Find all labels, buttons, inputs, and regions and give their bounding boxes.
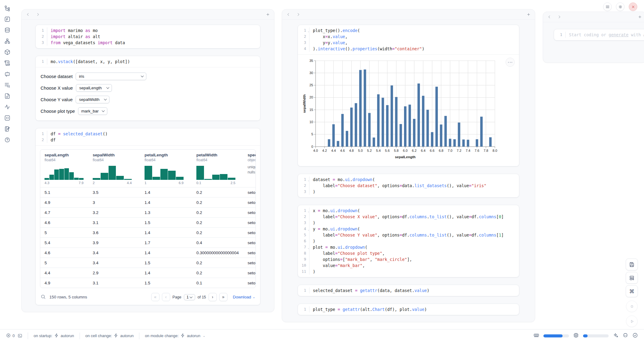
check-circle-icon[interactable] (632, 333, 638, 339)
circle-x-icon (6, 333, 11, 339)
terminal-icon[interactable] (18, 333, 22, 338)
code-line: 3) (298, 189, 519, 195)
line-number: 1 (554, 32, 566, 38)
table-cell: setosa (243, 251, 256, 255)
command-icon[interactable]: ⌘ (626, 285, 638, 297)
generate-link[interactable]: generate (609, 32, 628, 37)
run-icon[interactable] (626, 315, 638, 327)
documentation-icon[interactable] (4, 60, 11, 66)
column-header[interactable]: sepalWidthfloat6424.4 (88, 153, 140, 185)
bar-chart[interactable]: 4.04.24.44.64.85.05.25.45.65.86.06.26.46… (302, 58, 500, 161)
choose-x-value-dropdown[interactable]: sepalLength (76, 84, 112, 92)
functions-icon[interactable] (4, 16, 11, 23)
chevron-left-icon[interactable] (547, 15, 551, 19)
packages-icon[interactable] (4, 49, 11, 55)
code-editor[interactable]: 1plot_type = getattr(alt.Chart(df), plot… (298, 304, 519, 315)
add-cell-icon[interactable] (266, 12, 270, 16)
table-cell: 3.6 (88, 230, 140, 235)
snippets-icon[interactable] (4, 93, 11, 99)
code-line: 6) (298, 238, 519, 244)
code-line: 3) (298, 220, 519, 226)
chevron-right-icon[interactable] (296, 12, 300, 16)
cpu-usage-meter (583, 334, 609, 337)
prev-page-button[interactable]: ‹ (162, 293, 170, 301)
help-icon[interactable] (4, 137, 11, 143)
code-editor[interactable]: 1⌄x = mo.ui.dropdown(2 label="Choose X v… (298, 205, 519, 277)
code-editor[interactable]: 1⌄dataset = mo.ui.dropdown(2 label="Choo… (298, 174, 519, 197)
tracing-icon[interactable] (4, 104, 11, 110)
first-page-button[interactable]: « (151, 293, 159, 301)
add-cell-icon[interactable] (638, 15, 642, 19)
next-page-button[interactable]: › (209, 293, 217, 301)
svg-text:5.6: 5.6 (385, 149, 390, 152)
line-number: 6 (298, 238, 309, 244)
gear-icon[interactable] (616, 2, 624, 11)
table-header-row: sepalLengthfloat644.37.9sepalWidthfloat6… (40, 150, 256, 187)
code-editor[interactable]: 1df = selected_dataset()2df (36, 128, 260, 145)
chevron-left-icon[interactable] (286, 12, 290, 16)
svg-text:35: 35 (309, 59, 313, 62)
code-editor[interactable]: 1mo.vstack([dataset, x, y, plot]) (36, 56, 260, 67)
code-line: 1⌄dataset = mo.ui.dropdown( (298, 176, 519, 183)
errors-indicator[interactable]: 0 (6, 333, 15, 339)
table-cell: 5 (40, 230, 88, 235)
code-editor[interactable]: 1selected_dataset = getattr(data, datase… (298, 285, 519, 296)
sparkles-icon[interactable] (613, 333, 618, 339)
code-editor[interactable]: 1 Start coding or generate with AI (554, 29, 644, 40)
column-2: 1⌄plot_type().encode(2 x=x.value,3 y=y.v… (282, 9, 535, 322)
status-bar: 0 on startup: autorun on cell change: au… (0, 329, 644, 342)
add-cell-icon[interactable] (527, 12, 531, 16)
column-3: 1 Start coding or generate with AI (543, 12, 644, 63)
table-cell: 0.2 (192, 261, 243, 265)
on-startup-setting[interactable]: on startup: autorun (34, 333, 74, 339)
svg-text:5.8: 5.8 (394, 149, 399, 152)
line-number: 1 (36, 27, 47, 34)
code-line: 1⌄x = mo.ui.dropdown( (298, 208, 519, 214)
ai-chat-icon[interactable] (4, 71, 11, 77)
chevron-right-icon[interactable] (36, 12, 40, 16)
column-header[interactable]: speciesobjectunique:nulls: (243, 153, 256, 185)
chevron-left-icon[interactable] (26, 12, 30, 16)
logs-icon[interactable] (4, 82, 11, 88)
code-icon[interactable] (4, 115, 11, 121)
column-header[interactable]: sepalLengthfloat644.37.9 (40, 153, 88, 185)
choose-plot-type-dropdown[interactable]: mark_bar (78, 107, 107, 115)
cell-imports: 1import marimo as mo2import altair as al… (35, 25, 260, 48)
scratchpad-icon[interactable] (4, 126, 11, 132)
choose-y-value-dropdown[interactable]: sepalWidth (76, 96, 109, 103)
copilot-icon[interactable] (623, 333, 628, 339)
stop-icon[interactable] (626, 301, 638, 312)
dependency-graph-icon[interactable] (4, 38, 11, 45)
column-header[interactable]: petalLengthfloat6416.9 (140, 153, 192, 185)
search-icon[interactable] (41, 294, 46, 300)
page-select[interactable]: 1 (184, 294, 195, 300)
line-number: 2 (298, 183, 309, 189)
dropdown-row: Choose plot typemark_bar (41, 106, 255, 116)
table-row: 4.42.91.40.2setosa (40, 268, 256, 278)
download-button[interactable]: Download⌄ (233, 295, 255, 299)
close-icon[interactable] (629, 2, 637, 11)
line-number: 3 (36, 40, 47, 46)
line-number: 7⌄ (298, 244, 309, 250)
database-icon[interactable] (4, 27, 11, 34)
chart-actions-icon[interactable] (506, 58, 515, 67)
chart-output[interactable]: 4.04.24.44.64.85.05.25.45.65.86.06.26.46… (298, 54, 519, 166)
last-page-button[interactable]: » (219, 293, 227, 301)
code-line: 5 label="Choose Y value", options=df.col… (298, 232, 519, 238)
menu-icon[interactable] (603, 2, 612, 11)
on-cell-change-setting[interactable]: on cell change: autorun (85, 333, 134, 339)
layout-icon[interactable] (626, 272, 638, 284)
column-name: sepalLength (45, 153, 88, 157)
svg-text:5.2: 5.2 (367, 149, 372, 152)
dropdown-label: Choose dataset (41, 74, 73, 79)
code-editor[interactable]: 1import marimo as mo2import altair as al… (36, 25, 260, 48)
file-tree-icon[interactable] (4, 5, 11, 12)
on-module-change-setting[interactable]: on module change: autorun ⌄ (145, 333, 205, 339)
table-cell: 3.1 (88, 220, 140, 225)
save-icon[interactable] (626, 258, 638, 270)
chevron-right-icon[interactable] (557, 15, 561, 19)
choose-dataset-dropdown[interactable]: iris (76, 73, 146, 80)
column-header[interactable]: petalWidthfloat640.12.5 (192, 153, 243, 185)
code-editor[interactable]: 1⌄plot_type().encode(2 x=x.value,3 y=y.v… (298, 25, 519, 54)
table-cell: 1.7 (140, 240, 192, 245)
